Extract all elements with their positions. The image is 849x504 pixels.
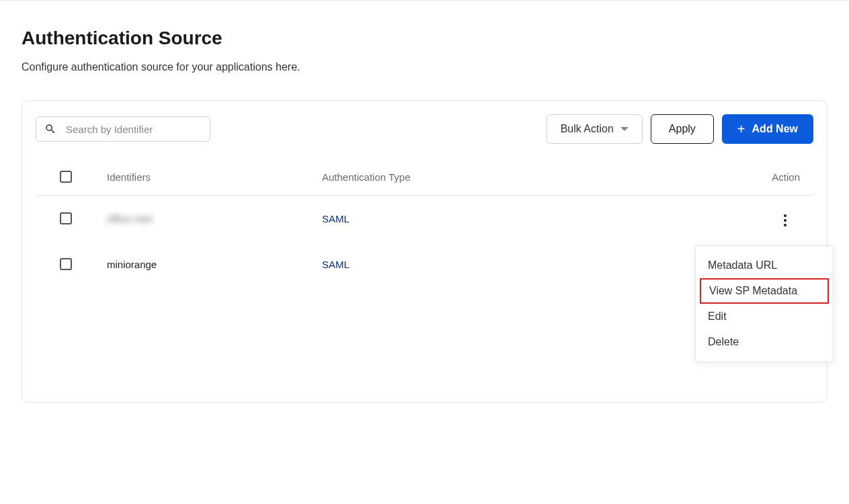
auth-type-text: SAML: [322, 213, 350, 224]
search-input[interactable]: [66, 124, 202, 135]
add-new-button[interactable]: + Add New: [722, 114, 813, 144]
toolbar-right: Bulk Action Apply + Add New: [547, 114, 813, 144]
bulk-action-button[interactable]: Bulk Action: [547, 114, 643, 144]
table-row: office mini SAML: [36, 196, 813, 241]
kebab-dot: [784, 214, 786, 217]
row-auth-type: SAML: [322, 259, 746, 270]
menu-item-edit[interactable]: Edit: [696, 304, 833, 329]
toolbar: Bulk Action Apply + Add New: [36, 114, 813, 144]
add-new-label: Add New: [752, 123, 798, 135]
col-auth-type-header: Authentication Type: [322, 171, 746, 183]
table-header: Identifiers Authentication Type Action: [36, 171, 813, 196]
search-icon: [44, 123, 56, 135]
action-dropdown-menu: Metadata URL View SP Metadata Edit Delet…: [695, 245, 834, 362]
row-identifier: office mini: [107, 213, 322, 224]
identifier-text: office mini: [107, 213, 152, 224]
row-identifier: miniorange: [107, 259, 322, 270]
col-identifier-header: Identifiers: [107, 171, 322, 183]
row-checkbox[interactable]: [60, 258, 72, 270]
identifier-text: miniorange: [107, 259, 157, 270]
row-check: [60, 212, 107, 224]
row-checkbox[interactable]: [60, 212, 72, 224]
auth-type-text: SAML: [322, 259, 350, 270]
row-action: [746, 208, 800, 229]
search-box[interactable]: [36, 116, 210, 142]
kebab-dot: [784, 224, 786, 226]
page-title: Authentication Source: [22, 28, 827, 49]
bulk-action-label: Bulk Action: [561, 123, 614, 135]
menu-item-delete[interactable]: Delete: [696, 329, 833, 355]
menu-item-view-sp-metadata[interactable]: View SP Metadata: [700, 278, 829, 304]
col-action-header: Action: [746, 171, 800, 183]
plus-icon: +: [737, 122, 745, 136]
apply-label: Apply: [669, 123, 696, 135]
apply-button[interactable]: Apply: [651, 114, 714, 144]
col-check-header: [60, 171, 107, 183]
row-auth-type: SAML: [322, 213, 746, 224]
caret-down-icon: [620, 127, 629, 131]
toolbar-left: [36, 116, 210, 142]
kebab-dot: [784, 219, 786, 222]
page-subtitle: Configure authentication source for your…: [22, 61, 827, 73]
menu-item-metadata-url[interactable]: Metadata URL: [696, 253, 833, 278]
row-check: [60, 258, 107, 270]
row-action-menu-button[interactable]: [778, 212, 792, 229]
select-all-checkbox[interactable]: [60, 171, 72, 183]
